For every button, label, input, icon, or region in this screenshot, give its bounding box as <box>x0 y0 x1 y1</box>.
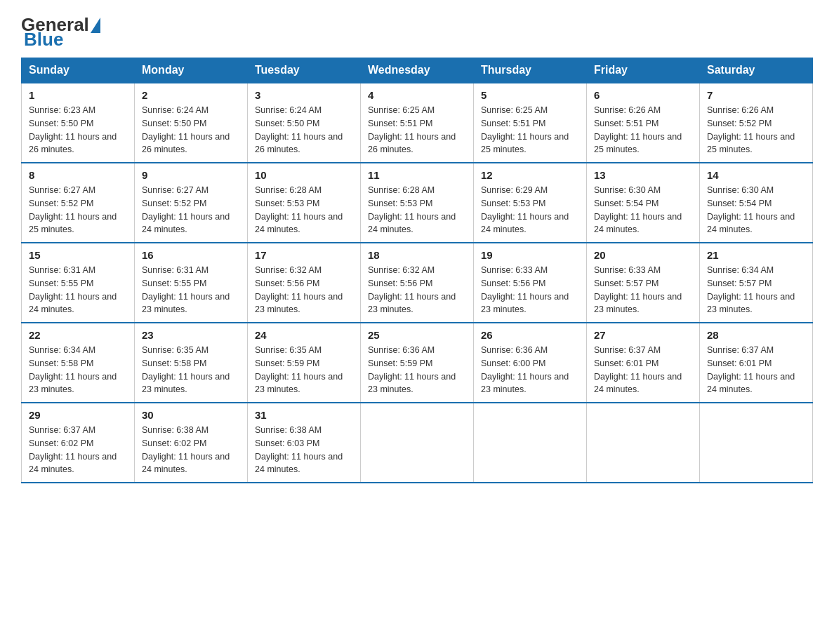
day-info: Sunrise: 6:26 AMSunset: 5:51 PMDaylight:… <box>594 104 692 156</box>
cell-week5-day4 <box>474 403 587 483</box>
day-number: 17 <box>255 249 353 261</box>
header-wednesday: Wednesday <box>361 58 474 83</box>
cell-week4-day3: 25Sunrise: 6:36 AMSunset: 5:59 PMDayligh… <box>361 323 474 403</box>
cell-week2-day2: 10Sunrise: 6:28 AMSunset: 5:53 PMDayligh… <box>248 163 361 243</box>
day-info: Sunrise: 6:31 AMSunset: 5:55 PMDaylight:… <box>29 264 127 316</box>
logo-blue-text: Blue <box>22 29 63 51</box>
day-info: Sunrise: 6:28 AMSunset: 5:53 PMDaylight:… <box>255 184 353 236</box>
day-number: 9 <box>142 169 240 181</box>
day-info: Sunrise: 6:35 AMSunset: 5:59 PMDaylight:… <box>255 344 353 396</box>
calendar-table: SundayMondayTuesdayWednesdayThursdayFrid… <box>21 58 813 483</box>
day-info: Sunrise: 6:24 AMSunset: 5:50 PMDaylight:… <box>142 104 240 156</box>
day-info: Sunrise: 6:29 AMSunset: 5:53 PMDaylight:… <box>481 184 579 236</box>
day-number: 4 <box>368 89 466 101</box>
day-number: 21 <box>707 249 805 261</box>
day-number: 14 <box>707 169 805 181</box>
cell-week1-day6: 7Sunrise: 6:26 AMSunset: 5:52 PMDaylight… <box>700 83 813 163</box>
week-row-3: 15Sunrise: 6:31 AMSunset: 5:55 PMDayligh… <box>22 243 813 323</box>
week-row-5: 29Sunrise: 6:37 AMSunset: 6:02 PMDayligh… <box>22 403 813 483</box>
cell-week1-day1: 2Sunrise: 6:24 AMSunset: 5:50 PMDaylight… <box>135 83 248 163</box>
cell-week5-day6 <box>700 403 813 483</box>
day-info: Sunrise: 6:33 AMSunset: 5:57 PMDaylight:… <box>594 264 692 316</box>
day-number: 13 <box>594 169 692 181</box>
cell-week5-day0: 29Sunrise: 6:37 AMSunset: 6:02 PMDayligh… <box>22 403 135 483</box>
day-info: Sunrise: 6:34 AMSunset: 5:58 PMDaylight:… <box>29 344 127 396</box>
day-info: Sunrise: 6:30 AMSunset: 5:54 PMDaylight:… <box>707 184 805 236</box>
day-number: 27 <box>594 329 692 341</box>
day-info: Sunrise: 6:37 AMSunset: 6:02 PMDaylight:… <box>29 424 127 476</box>
day-info: Sunrise: 6:26 AMSunset: 5:52 PMDaylight:… <box>707 104 805 156</box>
day-info: Sunrise: 6:38 AMSunset: 6:03 PMDaylight:… <box>255 424 353 476</box>
day-number: 7 <box>707 89 805 101</box>
week-row-2: 8Sunrise: 6:27 AMSunset: 5:52 PMDaylight… <box>22 163 813 243</box>
header-friday: Friday <box>587 58 700 83</box>
day-info: Sunrise: 6:25 AMSunset: 5:51 PMDaylight:… <box>368 104 466 156</box>
cell-week3-day6: 21Sunrise: 6:34 AMSunset: 5:57 PMDayligh… <box>700 243 813 323</box>
day-info: Sunrise: 6:24 AMSunset: 5:50 PMDaylight:… <box>255 104 353 156</box>
cell-week2-day1: 9Sunrise: 6:27 AMSunset: 5:52 PMDaylight… <box>135 163 248 243</box>
day-number: 24 <box>255 329 353 341</box>
cell-week4-day1: 23Sunrise: 6:35 AMSunset: 5:58 PMDayligh… <box>135 323 248 403</box>
day-info: Sunrise: 6:33 AMSunset: 5:56 PMDaylight:… <box>481 264 579 316</box>
cell-week4-day2: 24Sunrise: 6:35 AMSunset: 5:59 PMDayligh… <box>248 323 361 403</box>
cell-week5-day3 <box>361 403 474 483</box>
cell-week1-day3: 4Sunrise: 6:25 AMSunset: 5:51 PMDaylight… <box>361 83 474 163</box>
day-info: Sunrise: 6:31 AMSunset: 5:55 PMDaylight:… <box>142 264 240 316</box>
header-monday: Monday <box>135 58 248 83</box>
day-info: Sunrise: 6:23 AMSunset: 5:50 PMDaylight:… <box>29 104 127 156</box>
cell-week4-day6: 28Sunrise: 6:37 AMSunset: 6:01 PMDayligh… <box>700 323 813 403</box>
day-number: 15 <box>29 249 127 261</box>
cell-week1-day0: 1Sunrise: 6:23 AMSunset: 5:50 PMDaylight… <box>22 83 135 163</box>
cell-week3-day0: 15Sunrise: 6:31 AMSunset: 5:55 PMDayligh… <box>22 243 135 323</box>
cell-week3-day4: 19Sunrise: 6:33 AMSunset: 5:56 PMDayligh… <box>474 243 587 323</box>
day-number: 10 <box>255 169 353 181</box>
day-info: Sunrise: 6:36 AMSunset: 5:59 PMDaylight:… <box>368 344 466 396</box>
day-info: Sunrise: 6:37 AMSunset: 6:01 PMDaylight:… <box>594 344 692 396</box>
day-number: 31 <box>255 409 353 421</box>
cell-week3-day3: 18Sunrise: 6:32 AMSunset: 5:56 PMDayligh… <box>361 243 474 323</box>
day-info: Sunrise: 6:32 AMSunset: 5:56 PMDaylight:… <box>255 264 353 316</box>
day-number: 29 <box>29 409 127 421</box>
day-info: Sunrise: 6:38 AMSunset: 6:02 PMDaylight:… <box>142 424 240 476</box>
day-number: 2 <box>142 89 240 101</box>
day-info: Sunrise: 6:27 AMSunset: 5:52 PMDaylight:… <box>142 184 240 236</box>
day-number: 22 <box>29 329 127 341</box>
header-saturday: Saturday <box>700 58 813 83</box>
day-number: 11 <box>368 169 466 181</box>
cell-week5-day1: 30Sunrise: 6:38 AMSunset: 6:02 PMDayligh… <box>135 403 248 483</box>
header-sunday: Sunday <box>22 58 135 83</box>
day-info: Sunrise: 6:35 AMSunset: 5:58 PMDaylight:… <box>142 344 240 396</box>
cell-week4-day0: 22Sunrise: 6:34 AMSunset: 5:58 PMDayligh… <box>22 323 135 403</box>
cell-week2-day3: 11Sunrise: 6:28 AMSunset: 5:53 PMDayligh… <box>361 163 474 243</box>
day-number: 5 <box>481 89 579 101</box>
cell-week2-day4: 12Sunrise: 6:29 AMSunset: 5:53 PMDayligh… <box>474 163 587 243</box>
day-info: Sunrise: 6:37 AMSunset: 6:01 PMDaylight:… <box>707 344 805 396</box>
day-info: Sunrise: 6:25 AMSunset: 5:51 PMDaylight:… <box>481 104 579 156</box>
cell-week3-day2: 17Sunrise: 6:32 AMSunset: 5:56 PMDayligh… <box>248 243 361 323</box>
day-number: 1 <box>29 89 127 101</box>
day-number: 23 <box>142 329 240 341</box>
cell-week5-day5 <box>587 403 700 483</box>
day-info: Sunrise: 6:32 AMSunset: 5:56 PMDaylight:… <box>368 264 466 316</box>
day-info: Sunrise: 6:27 AMSunset: 5:52 PMDaylight:… <box>29 184 127 236</box>
cell-week4-day4: 26Sunrise: 6:36 AMSunset: 6:00 PMDayligh… <box>474 323 587 403</box>
day-info: Sunrise: 6:36 AMSunset: 6:00 PMDaylight:… <box>481 344 579 396</box>
cell-week3-day5: 20Sunrise: 6:33 AMSunset: 5:57 PMDayligh… <box>587 243 700 323</box>
day-number: 6 <box>594 89 692 101</box>
day-info: Sunrise: 6:34 AMSunset: 5:57 PMDaylight:… <box>707 264 805 316</box>
day-number: 28 <box>707 329 805 341</box>
cell-week1-day4: 5Sunrise: 6:25 AMSunset: 5:51 PMDaylight… <box>474 83 587 163</box>
logo-triangle-icon <box>91 18 100 33</box>
day-number: 18 <box>368 249 466 261</box>
cell-week1-day2: 3Sunrise: 6:24 AMSunset: 5:50 PMDaylight… <box>248 83 361 163</box>
header-thursday: Thursday <box>474 58 587 83</box>
day-number: 12 <box>481 169 579 181</box>
day-number: 26 <box>481 329 579 341</box>
logo: General Blue <box>21 14 102 51</box>
day-number: 19 <box>481 249 579 261</box>
day-number: 20 <box>594 249 692 261</box>
header-row: SundayMondayTuesdayWednesdayThursdayFrid… <box>22 58 813 83</box>
cell-week2-day5: 13Sunrise: 6:30 AMSunset: 5:54 PMDayligh… <box>587 163 700 243</box>
week-row-1: 1Sunrise: 6:23 AMSunset: 5:50 PMDaylight… <box>22 83 813 163</box>
header-tuesday: Tuesday <box>248 58 361 83</box>
